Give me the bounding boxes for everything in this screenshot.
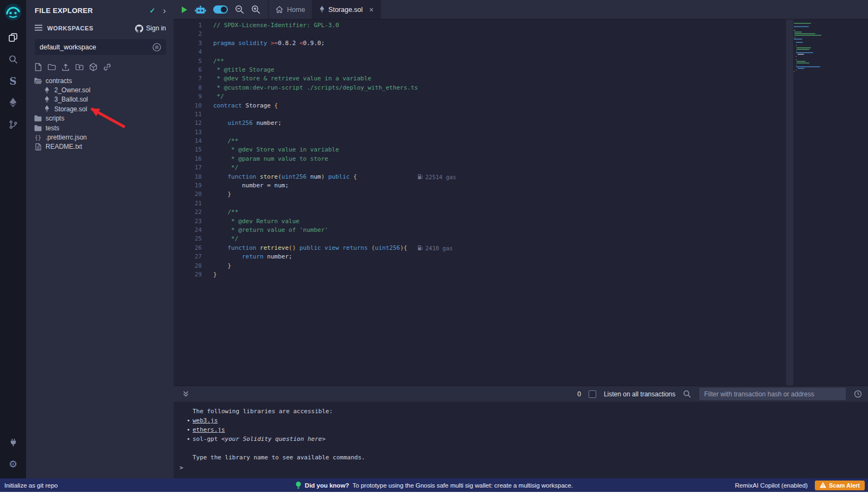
ai-copilot-toggle[interactable]	[213, 5, 228, 14]
line-number: 27	[174, 252, 202, 261]
run-script-icon[interactable]	[181, 6, 188, 14]
file-tree-item-scripts[interactable]: scripts	[26, 114, 174, 123]
deploy-run-icon[interactable]	[0, 92, 26, 113]
close-tab-icon[interactable]: ×	[369, 5, 374, 14]
sol-icon	[42, 87, 51, 94]
file-tree-item-contracts[interactable]: contracts	[26, 76, 174, 85]
ai-copilot-icon[interactable]	[195, 5, 206, 14]
publish-to-ipfs-icon[interactable]	[90, 63, 97, 71]
chevron-right-icon[interactable]: ›	[163, 6, 166, 15]
upload-folder-icon[interactable]	[75, 64, 84, 71]
code-line: 24 * @return value of 'number'	[174, 226, 868, 235]
tip-label: Did you know?	[305, 482, 349, 489]
tab-home[interactable]: Home	[268, 0, 312, 19]
code-line: 8 * @custom:dev-run-script ./scripts/dep…	[174, 84, 868, 92]
terminal-link[interactable]: web3.js	[193, 417, 218, 424]
folder-icon	[34, 125, 42, 131]
file-tree-label: Storage.sol	[54, 105, 87, 113]
line-number: 24	[174, 226, 202, 235]
file-tree-label: contracts	[46, 77, 72, 85]
upload-file-icon[interactable]	[62, 64, 69, 71]
json-icon: {}	[34, 135, 42, 141]
sol-icon	[42, 96, 51, 103]
plugin-manager-icon[interactable]	[0, 432, 26, 453]
code-line: 9 */	[174, 92, 868, 101]
history-clock-icon[interactable]	[854, 390, 862, 398]
line-number: 18	[174, 173, 202, 181]
file-tree-label: .prettierrc.json	[46, 134, 87, 141]
workspaces-label: WORKSPACES	[47, 25, 93, 31]
code-line: 1// SPDX-License-Identifier: GPL-3.0	[174, 21, 868, 30]
editor-tab-bar: Home Storage.sol ×	[174, 0, 868, 20]
terminal-prompt: >	[180, 464, 183, 471]
minimap[interactable]	[794, 23, 827, 73]
line-number: 19	[174, 181, 202, 190]
editor-scrollbar[interactable]	[786, 20, 793, 386]
file-tree-item-storage-sol[interactable]: Storage.sol	[26, 104, 174, 113]
code-line: 14 /**	[174, 137, 868, 146]
terminal-line: The following libraries are accessible:	[174, 407, 868, 416]
workspace-options-icon[interactable]	[152, 43, 161, 52]
code-line: 20 }	[174, 190, 868, 199]
file-actions-toolbar	[26, 55, 174, 76]
tab-storage-sol[interactable]: Storage.sol ×	[312, 0, 380, 19]
terminal-line	[174, 444, 868, 453]
line-number: 1	[174, 21, 202, 30]
code-line: 28 }	[174, 262, 868, 270]
scam-alert-label: Scam Alert	[829, 482, 860, 489]
transaction-count: 0	[577, 390, 581, 398]
file-tree-item-readme-txt[interactable]: README.txt	[26, 142, 174, 151]
file-explorer-icon[interactable]	[0, 27, 26, 48]
line-number: 12	[174, 119, 202, 128]
code-line: 22 /**	[174, 208, 868, 217]
workspace-selector[interactable]: default_workspace	[35, 39, 166, 55]
code-line: 16 * @param num value to store	[174, 155, 868, 163]
link-icon[interactable]	[103, 63, 111, 71]
terminal-line: •ethers.js	[174, 425, 868, 434]
folder-open-icon	[34, 78, 42, 84]
sign-in-button[interactable]: Sign in	[135, 24, 166, 33]
solidity-compiler-icon[interactable]: S	[0, 70, 26, 92]
line-number: 11	[174, 110, 202, 119]
listen-all-transactions-checkbox[interactable]	[589, 390, 596, 398]
settings-gear-icon[interactable]: ⚙	[0, 453, 26, 475]
folder-icon	[34, 115, 42, 122]
terminal[interactable]: The following libraries are accessible:•…	[174, 402, 868, 478]
file-tree-label: 3_Ballot.sol	[54, 96, 88, 103]
zoom-out-icon[interactable]	[235, 5, 244, 14]
copilot-status[interactable]: RemixAI Copilot (enabled)	[735, 482, 808, 489]
file-tree-item-tests[interactable]: tests	[26, 123, 174, 132]
line-number: 29	[174, 270, 202, 279]
listen-all-transactions-label: Listen on all transactions	[604, 390, 675, 398]
search-icon[interactable]	[0, 48, 26, 70]
zoom-in-icon[interactable]	[251, 5, 260, 14]
file-tree-item-2-owner-sol[interactable]: 2_Owner.sol	[26, 85, 174, 94]
file-tree-item-prettierrc-json[interactable]: {}.prettierrc.json	[26, 132, 174, 142]
new-file-icon[interactable]	[35, 63, 42, 71]
code-editor[interactable]: 1// SPDX-License-Identifier: GPL-3.023pr…	[174, 20, 868, 386]
file-tree-label: scripts	[46, 115, 65, 122]
line-number: 2	[174, 30, 202, 39]
git-icon[interactable]	[0, 113, 26, 135]
new-folder-icon[interactable]	[48, 64, 56, 71]
gas-estimate: 22514 gas	[418, 173, 456, 181]
code-line: 29}	[174, 270, 868, 279]
terminal-search-icon[interactable]	[683, 390, 691, 398]
file-tree-label: 2_Owner.sol	[54, 86, 91, 94]
line-number: 6	[174, 66, 202, 74]
file-tree-label: README.txt	[46, 143, 82, 150]
git-init-status[interactable]: Initialize as git repo	[4, 482, 58, 489]
tab-storage-label: Storage.sol	[328, 6, 362, 14]
workspaces-menu-icon[interactable]	[35, 23, 42, 33]
transaction-filter-input[interactable]	[699, 387, 846, 401]
file-tree-label: tests	[46, 124, 59, 132]
code-line: 23 * @dev Return value	[174, 217, 868, 226]
file-explorer-header: FILE EXPLORER ✓ ›	[26, 0, 174, 20]
code-lines: 1// SPDX-License-Identifier: GPL-3.023pr…	[174, 21, 868, 279]
terminal-collapse-icon[interactable]	[182, 390, 189, 397]
file-tree-item-3-ballot-sol[interactable]: 3_Ballot.sol	[26, 95, 174, 104]
line-number: 16	[174, 155, 202, 163]
remix-logo-icon[interactable]	[4, 3, 22, 21]
terminal-link[interactable]: ethers.js	[193, 426, 225, 433]
scam-alert-button[interactable]: Scam Alert	[815, 481, 865, 490]
